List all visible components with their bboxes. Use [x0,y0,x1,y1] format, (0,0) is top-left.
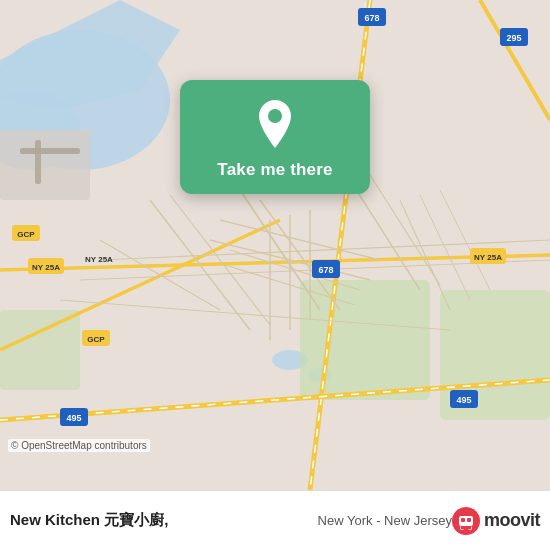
moovit-logo: moovit [452,507,540,535]
svg-rect-66 [461,526,471,529]
cta-card[interactable]: Take me there [180,80,370,194]
svg-rect-62 [461,518,465,522]
moovit-brand-text: moovit [484,510,540,531]
svg-rect-9 [0,130,90,200]
svg-text:NY 25A: NY 25A [85,255,113,264]
moovit-icon [452,507,480,535]
place-name: New Kitchen 元寶小廚, [10,511,314,530]
location-pin-icon [249,98,301,150]
svg-text:678: 678 [364,13,379,23]
map-container: 678 I 678 295 495 495 NY 25A NY 25A GCP … [0,0,550,490]
svg-text:295: 295 [506,33,521,43]
svg-rect-8 [0,310,80,390]
svg-text:495: 495 [66,413,81,423]
svg-text:NY 25A: NY 25A [474,253,502,262]
svg-rect-6 [300,280,430,400]
svg-text:GCP: GCP [87,335,105,344]
svg-text:678: 678 [318,265,333,275]
svg-rect-11 [35,140,41,184]
svg-point-59 [268,109,282,123]
place-region: New York - New Jersey [318,513,452,528]
bottom-bar: New Kitchen 元寶小廚, New York - New Jersey … [0,490,550,550]
svg-text:495: 495 [456,395,471,405]
svg-text:NY 25A: NY 25A [32,263,60,272]
svg-text:I: I [364,2,366,9]
svg-rect-10 [20,148,80,154]
take-me-there-button[interactable]: Take me there [217,160,332,180]
svg-text:GCP: GCP [17,230,35,239]
map-attribution: © OpenStreetMap contributors [8,439,150,452]
svg-rect-63 [467,518,471,522]
map-svg: 678 I 678 295 495 495 NY 25A NY 25A GCP … [0,0,550,490]
